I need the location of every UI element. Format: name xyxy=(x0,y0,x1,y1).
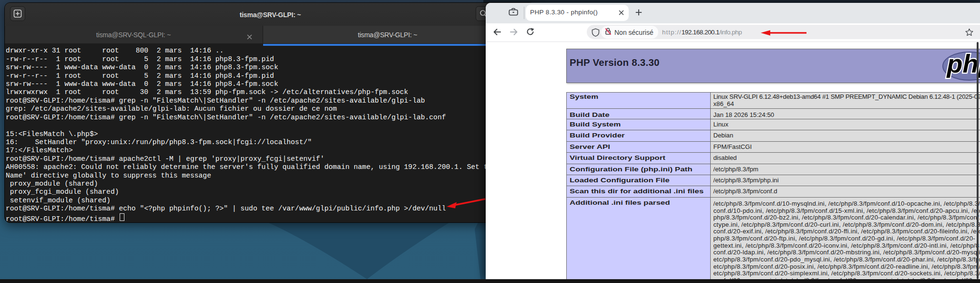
svg-text:php: php xyxy=(946,52,980,78)
